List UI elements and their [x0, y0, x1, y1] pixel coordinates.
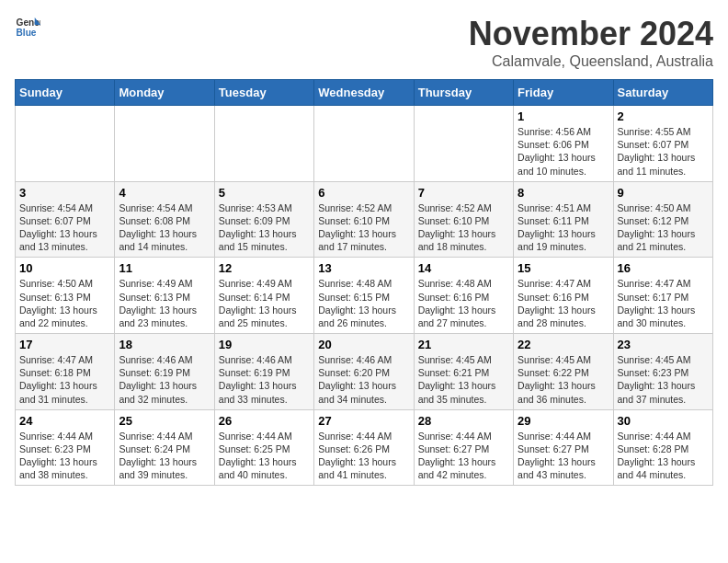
day-info: Sunrise: 4:51 AM Sunset: 6:11 PM Dayligh… — [518, 201, 609, 254]
day-cell: 24Sunrise: 4:44 AM Sunset: 6:23 PM Dayli… — [16, 409, 115, 486]
day-number: 10 — [19, 261, 110, 275]
day-cell: 30Sunrise: 4:44 AM Sunset: 6:28 PM Dayli… — [613, 409, 712, 486]
day-number: 17 — [19, 338, 110, 351]
col-wednesday: Wednesday — [314, 80, 414, 106]
day-number: 1 — [518, 109, 609, 123]
day-info: Sunrise: 4:54 AM Sunset: 6:07 PM Dayligh… — [19, 201, 110, 254]
day-cell: 19Sunrise: 4:46 AM Sunset: 6:19 PM Dayli… — [214, 334, 313, 410]
day-number: 19 — [219, 338, 310, 351]
day-cell — [115, 106, 214, 182]
day-info: Sunrise: 4:45 AM Sunset: 6:21 PM Dayligh… — [418, 353, 509, 406]
day-number: 26 — [219, 414, 310, 428]
day-cell: 10Sunrise: 4:50 AM Sunset: 6:13 PM Dayli… — [16, 258, 115, 334]
day-number: 3 — [19, 186, 110, 200]
day-info: Sunrise: 4:50 AM Sunset: 6:12 PM Dayligh… — [618, 201, 709, 254]
week-row-1: 1Sunrise: 4:56 AM Sunset: 6:06 PM Daylig… — [16, 106, 713, 182]
day-number: 22 — [518, 338, 609, 351]
week-row-4: 17Sunrise: 4:47 AM Sunset: 6:18 PM Dayli… — [16, 334, 713, 410]
logo: General Blue — [15, 15, 40, 40]
day-info: Sunrise: 4:52 AM Sunset: 6:10 PM Dayligh… — [318, 201, 409, 254]
week-row-3: 10Sunrise: 4:50 AM Sunset: 6:13 PM Dayli… — [16, 258, 713, 334]
day-info: Sunrise: 4:46 AM Sunset: 6:19 PM Dayligh… — [219, 353, 310, 406]
day-cell: 14Sunrise: 4:48 AM Sunset: 6:16 PM Dayli… — [414, 258, 513, 334]
col-saturday: Saturday — [613, 80, 712, 106]
day-number: 21 — [418, 338, 509, 351]
day-cell: 28Sunrise: 4:44 AM Sunset: 6:27 PM Dayli… — [414, 409, 513, 486]
day-info: Sunrise: 4:44 AM Sunset: 6:24 PM Dayligh… — [119, 430, 210, 482]
day-info: Sunrise: 4:47 AM Sunset: 6:16 PM Dayligh… — [518, 277, 609, 329]
day-cell — [16, 106, 115, 182]
month-title: November 2024 — [469, 15, 713, 53]
week-row-2: 3Sunrise: 4:54 AM Sunset: 6:07 PM Daylig… — [16, 181, 713, 258]
day-cell: 16Sunrise: 4:47 AM Sunset: 6:17 PM Dayli… — [613, 258, 712, 334]
day-cell: 11Sunrise: 4:49 AM Sunset: 6:13 PM Dayli… — [115, 258, 214, 334]
col-thursday: Thursday — [414, 80, 513, 106]
day-cell — [314, 106, 414, 182]
day-info: Sunrise: 4:49 AM Sunset: 6:13 PM Dayligh… — [119, 277, 210, 329]
day-info: Sunrise: 4:49 AM Sunset: 6:14 PM Dayligh… — [219, 277, 310, 329]
logo-icon: General Blue — [15, 15, 40, 40]
day-info: Sunrise: 4:52 AM Sunset: 6:10 PM Dayligh… — [418, 201, 509, 254]
day-number: 8 — [518, 186, 609, 200]
day-cell: 20Sunrise: 4:46 AM Sunset: 6:20 PM Dayli… — [314, 334, 414, 410]
col-sunday: Sunday — [16, 80, 115, 106]
day-info: Sunrise: 4:48 AM Sunset: 6:15 PM Dayligh… — [318, 277, 409, 329]
day-info: Sunrise: 4:44 AM Sunset: 6:26 PM Dayligh… — [318, 430, 409, 482]
col-monday: Monday — [115, 80, 214, 106]
day-info: Sunrise: 4:45 AM Sunset: 6:23 PM Dayligh… — [618, 353, 709, 406]
day-number: 4 — [119, 186, 210, 200]
day-info: Sunrise: 4:46 AM Sunset: 6:19 PM Dayligh… — [119, 353, 210, 406]
day-number: 2 — [618, 109, 709, 123]
day-cell: 3Sunrise: 4:54 AM Sunset: 6:07 PM Daylig… — [16, 181, 115, 258]
day-info: Sunrise: 4:50 AM Sunset: 6:13 PM Dayligh… — [19, 277, 110, 329]
day-cell — [214, 106, 313, 182]
day-number: 20 — [318, 338, 409, 351]
svg-text:Blue: Blue — [17, 28, 37, 38]
day-number: 18 — [119, 338, 210, 351]
day-info: Sunrise: 4:55 AM Sunset: 6:07 PM Dayligh… — [618, 125, 709, 178]
day-info: Sunrise: 4:46 AM Sunset: 6:20 PM Dayligh… — [318, 353, 409, 406]
col-friday: Friday — [514, 80, 613, 106]
col-tuesday: Tuesday — [214, 80, 313, 106]
day-cell: 17Sunrise: 4:47 AM Sunset: 6:18 PM Dayli… — [16, 334, 115, 410]
title-area: November 2024 Calamvale, Queensland, Aus… — [469, 15, 713, 70]
day-cell — [414, 106, 513, 182]
day-info: Sunrise: 4:44 AM Sunset: 6:28 PM Dayligh… — [618, 430, 709, 482]
day-cell: 22Sunrise: 4:45 AM Sunset: 6:22 PM Dayli… — [514, 334, 613, 410]
day-info: Sunrise: 4:45 AM Sunset: 6:22 PM Dayligh… — [518, 353, 609, 406]
day-number: 7 — [418, 186, 509, 200]
day-cell: 26Sunrise: 4:44 AM Sunset: 6:25 PM Dayli… — [214, 409, 313, 486]
day-number: 16 — [618, 261, 709, 275]
location-title: Calamvale, Queensland, Australia — [469, 53, 713, 70]
day-number: 9 — [618, 186, 709, 200]
day-cell: 4Sunrise: 4:54 AM Sunset: 6:08 PM Daylig… — [115, 181, 214, 258]
day-info: Sunrise: 4:47 AM Sunset: 6:18 PM Dayligh… — [19, 353, 110, 406]
day-info: Sunrise: 4:44 AM Sunset: 6:27 PM Dayligh… — [418, 430, 509, 482]
day-cell: 2Sunrise: 4:55 AM Sunset: 6:07 PM Daylig… — [613, 106, 712, 182]
day-number: 6 — [318, 186, 409, 200]
day-number: 11 — [119, 261, 210, 275]
day-info: Sunrise: 4:56 AM Sunset: 6:06 PM Dayligh… — [518, 125, 609, 178]
day-number: 5 — [219, 186, 310, 200]
day-number: 24 — [19, 414, 110, 428]
day-number: 14 — [418, 261, 509, 275]
calendar: Sunday Monday Tuesday Wednesday Thursday… — [15, 79, 713, 486]
day-number: 15 — [518, 261, 609, 275]
day-cell: 21Sunrise: 4:45 AM Sunset: 6:21 PM Dayli… — [414, 334, 513, 410]
day-number: 23 — [618, 338, 709, 351]
day-info: Sunrise: 4:47 AM Sunset: 6:17 PM Dayligh… — [618, 277, 709, 329]
day-cell: 8Sunrise: 4:51 AM Sunset: 6:11 PM Daylig… — [514, 181, 613, 258]
day-number: 30 — [618, 414, 709, 428]
day-cell: 7Sunrise: 4:52 AM Sunset: 6:10 PM Daylig… — [414, 181, 513, 258]
day-info: Sunrise: 4:54 AM Sunset: 6:08 PM Dayligh… — [119, 201, 210, 254]
calendar-header: Sunday Monday Tuesday Wednesday Thursday… — [16, 80, 713, 106]
day-cell: 23Sunrise: 4:45 AM Sunset: 6:23 PM Dayli… — [613, 334, 712, 410]
day-info: Sunrise: 4:44 AM Sunset: 6:27 PM Dayligh… — [518, 430, 609, 482]
day-info: Sunrise: 4:44 AM Sunset: 6:23 PM Dayligh… — [19, 430, 110, 482]
day-cell: 6Sunrise: 4:52 AM Sunset: 6:10 PM Daylig… — [314, 181, 414, 258]
day-info: Sunrise: 4:53 AM Sunset: 6:09 PM Dayligh… — [219, 201, 310, 254]
day-number: 27 — [318, 414, 409, 428]
day-cell: 5Sunrise: 4:53 AM Sunset: 6:09 PM Daylig… — [214, 181, 313, 258]
day-cell: 18Sunrise: 4:46 AM Sunset: 6:19 PM Dayli… — [115, 334, 214, 410]
day-cell: 25Sunrise: 4:44 AM Sunset: 6:24 PM Dayli… — [115, 409, 214, 486]
